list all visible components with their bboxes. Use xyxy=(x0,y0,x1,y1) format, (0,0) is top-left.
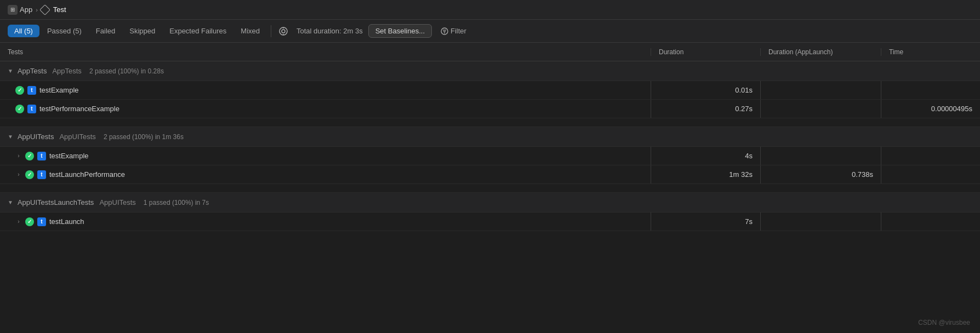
test-cell-duration: 0.01s xyxy=(651,81,761,99)
table-row[interactable]: t testPerformanceExample 0.27s 0.0000049… xyxy=(0,100,980,118)
pass-icon xyxy=(15,86,24,95)
test-cell-duration-applaunch xyxy=(761,213,881,231)
group-summary-appuitests: 2 passed (100%) in 1m 36s xyxy=(104,133,184,141)
chevron-apptests[interactable]: ▼ xyxy=(8,68,13,74)
group-label-appuitestslaunch: AppUITestsLaunchTests xyxy=(18,198,94,206)
test-cell-main: t testExample xyxy=(0,81,651,99)
test-cell-duration-applaunch xyxy=(761,147,881,165)
test-cell-time xyxy=(881,213,980,231)
test-cell-time xyxy=(881,81,980,99)
tab-passed[interactable]: Passed (5) xyxy=(41,25,88,37)
chevron-appuitestslaunch[interactable]: ▼ xyxy=(8,199,13,205)
test-cell-time xyxy=(881,165,980,183)
filter-button[interactable]: Filter xyxy=(435,25,472,37)
tab-skipped[interactable]: Skipped xyxy=(123,25,162,37)
group-summary-apptests: 2 passed (100%) in 0.28s xyxy=(89,67,164,75)
test-cell-duration: 4s xyxy=(651,147,761,165)
header-duration-applaunch: Duration (AppLaunch) xyxy=(761,48,881,56)
table-row[interactable]: › t testLaunchPerformance 1m 32s 0.738s xyxy=(0,165,980,184)
group-label-appuitests: AppUITests xyxy=(18,133,54,141)
filter-separator xyxy=(271,25,271,37)
expand-arrow[interactable]: › xyxy=(15,171,22,177)
test-cell-time: 0.00000495s xyxy=(881,100,980,118)
expand-arrow[interactable]: › xyxy=(15,219,22,225)
watermark: CSDN @virusbee xyxy=(918,319,970,326)
test-cell-duration-applaunch: 0.738s xyxy=(761,165,881,183)
table-row[interactable]: › t testLaunch 7s xyxy=(0,213,980,231)
header-duration: Duration xyxy=(651,48,761,56)
svg-point-0 xyxy=(280,27,287,35)
filter-label: Filter xyxy=(451,27,466,35)
header-tests: Tests xyxy=(0,48,651,56)
tab-expected-failures[interactable]: Expected Failures xyxy=(163,25,233,37)
eye-icon xyxy=(278,26,288,36)
chevron-appuitests[interactable]: ▼ xyxy=(8,134,13,140)
test-name: testLaunchPerformance xyxy=(49,170,125,179)
group-row-appuitests[interactable]: ▼ AppUITests AppUITests 2 passed (100%) … xyxy=(0,127,980,147)
table-row[interactable]: t testExample 0.01s xyxy=(0,81,980,100)
app-icon: ⊞ xyxy=(8,5,18,15)
table-body: ▼ AppTests AppTests 2 passed (100%) in 0… xyxy=(0,61,980,231)
test-name: testExample xyxy=(49,152,89,160)
t-badge: t xyxy=(27,105,36,113)
diamond-icon xyxy=(39,4,50,15)
pass-icon xyxy=(25,152,34,160)
test-cell-main: › t testLaunch xyxy=(0,213,651,231)
breadcrumb: ⊞ App › Test xyxy=(0,0,980,20)
group-row-appuitestslaunch[interactable]: ▼ AppUITestsLaunchTests AppUITests 1 pas… xyxy=(0,193,980,213)
test-cell-duration: 0.27s xyxy=(651,100,761,118)
svg-point-1 xyxy=(282,30,285,33)
test-cell-duration: 7s xyxy=(651,213,761,231)
filter-icon xyxy=(441,27,448,35)
tab-all[interactable]: All (5) xyxy=(8,25,39,37)
test-name: testPerformanceExample xyxy=(39,105,119,113)
table-row[interactable]: › t testExample 4s xyxy=(0,147,980,165)
t-badge: t xyxy=(27,86,36,95)
table-header: Tests Duration Duration (AppLaunch) Time xyxy=(0,43,980,61)
group-spacer xyxy=(0,184,980,193)
test-cell-main: › t testExample xyxy=(0,147,651,165)
breadcrumb-sep1: › xyxy=(36,7,38,13)
eye-icon-btn[interactable] xyxy=(276,24,291,39)
breadcrumb-test[interactable]: Test xyxy=(53,5,66,14)
pass-icon xyxy=(25,170,34,179)
test-cell-duration-applaunch xyxy=(761,81,881,99)
group-label-apptests: AppTests xyxy=(18,67,47,75)
group-spacer xyxy=(0,118,980,127)
breadcrumb-app[interactable]: App xyxy=(20,5,32,14)
group-summary-appuitestslaunch: 1 passed (100%) in 7s xyxy=(144,199,209,206)
pass-icon xyxy=(15,105,24,113)
tab-failed[interactable]: Failed xyxy=(89,25,122,37)
group-row-apptests[interactable]: ▼ AppTests AppTests 2 passed (100%) in 0… xyxy=(0,61,980,81)
test-cell-duration-applaunch xyxy=(761,100,881,118)
expand-arrow[interactable]: › xyxy=(15,153,22,159)
test-cell-main: › t testLaunchPerformance xyxy=(0,165,651,183)
pass-icon xyxy=(25,217,34,226)
test-cell-time xyxy=(881,147,980,165)
tab-mixed[interactable]: Mixed xyxy=(234,25,266,37)
test-cell-main: t testPerformanceExample xyxy=(0,100,651,118)
test-name: testLaunch xyxy=(49,217,84,226)
group-sublabel-apptests: AppTests xyxy=(52,67,81,75)
filter-bar: All (5) Passed (5) Failed Skipped Expect… xyxy=(0,20,980,43)
total-duration: Total duration: 2m 3s xyxy=(297,27,363,35)
test-cell-duration: 1m 32s xyxy=(651,165,761,183)
t-badge: t xyxy=(37,152,46,160)
set-baselines-button[interactable]: Set Baselines... xyxy=(368,24,432,38)
test-name: testExample xyxy=(39,86,79,94)
t-badge: t xyxy=(37,170,46,179)
group-sublabel-appuitestslaunch: AppUITests xyxy=(99,198,135,206)
group-sublabel-appuitests: AppUITests xyxy=(59,133,95,141)
t-badge: t xyxy=(37,217,46,226)
header-time: Time xyxy=(881,48,980,56)
